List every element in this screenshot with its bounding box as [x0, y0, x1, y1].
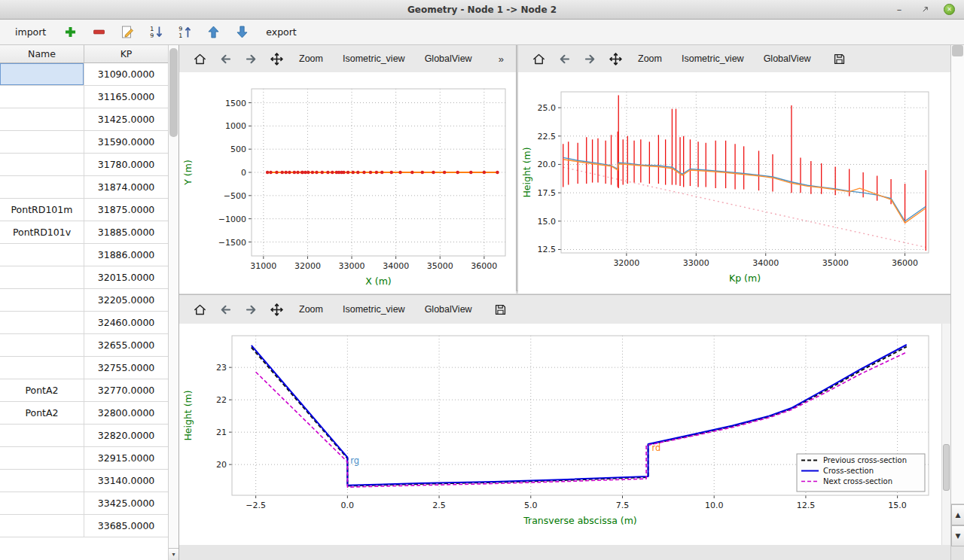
window-scrollbar-track[interactable] — [951, 45, 964, 504]
zoom-button[interactable]: Zoom — [630, 50, 670, 68]
table-scrollbar[interactable]: ▾ — [168, 45, 178, 560]
table-row[interactable]: 31090.0000 — [0, 63, 168, 86]
add-row-button[interactable] — [59, 22, 81, 43]
table-scroll-down-button[interactable]: ▾ — [169, 548, 178, 560]
cell-kp[interactable]: 32915.0000 — [84, 447, 168, 469]
cell-name[interactable]: PontA2 — [0, 402, 84, 424]
cell-name[interactable] — [0, 154, 84, 175]
cross-section-scrollbar-thumb[interactable] — [943, 444, 950, 491]
move-down-button[interactable] — [231, 22, 252, 43]
remove-row-button[interactable] — [88, 22, 109, 43]
back-button[interactable] — [214, 48, 236, 69]
forward-button[interactable] — [578, 48, 601, 69]
cell-name[interactable]: PontRD101m — [0, 199, 84, 221]
cell-kp[interactable]: 31425.0000 — [84, 108, 168, 130]
cell-name[interactable] — [0, 131, 84, 153]
save-figure-button[interactable] — [490, 299, 512, 320]
cell-name[interactable] — [0, 447, 84, 469]
table-row[interactable]: 32820.0000 — [0, 425, 168, 447]
table-row[interactable]: PontA232770.0000 — [0, 379, 168, 402]
table-row[interactable]: 31425.0000 — [0, 108, 168, 131]
table-row[interactable]: 32655.0000 — [0, 334, 168, 357]
back-button[interactable] — [553, 48, 575, 69]
table-row[interactable]: 31780.0000 — [0, 154, 168, 176]
cell-kp[interactable]: 32755.0000 — [84, 357, 168, 379]
global-view-button[interactable]: GlobalView — [755, 50, 819, 68]
cell-name[interactable] — [0, 470, 84, 492]
save-figure-button[interactable] — [828, 48, 851, 69]
pan-button[interactable] — [265, 299, 288, 320]
cell-name[interactable] — [0, 86, 84, 108]
table-row[interactable]: PontRD101m31875.0000 — [0, 199, 168, 221]
cell-kp[interactable]: 32015.0000 — [84, 266, 168, 288]
scroll-down-button[interactable]: ▼ — [951, 525, 964, 546]
cell-name[interactable] — [0, 312, 84, 333]
cross-section-plot-canvas[interactable]: −2.50.02.55.07.510.012.515.020212223rgrd… — [179, 324, 941, 545]
global-view-button[interactable]: GlobalView — [416, 50, 480, 68]
move-up-button[interactable] — [203, 22, 224, 43]
isometric-view-button[interactable]: Isometric_view — [673, 50, 752, 68]
home-button[interactable] — [188, 48, 211, 69]
cell-name[interactable] — [0, 515, 84, 537]
xy-plot-canvas[interactable]: 310003200033000340003500036000−1500−1000… — [179, 72, 516, 294]
table-row[interactable]: PontRD101v31885.0000 — [0, 221, 168, 244]
cell-kp[interactable]: 33425.0000 — [84, 492, 168, 514]
cell-name[interactable] — [0, 334, 84, 356]
cell-name[interactable] — [0, 289, 84, 311]
cell-kp[interactable]: 31874.0000 — [84, 176, 168, 198]
cell-name[interactable] — [0, 492, 84, 514]
cell-kp[interactable]: 32205.0000 — [84, 289, 168, 311]
minimize-button[interactable]: – — [892, 3, 906, 17]
table-row[interactable]: 31165.0000 — [0, 86, 168, 108]
table-row[interactable]: 31590.0000 — [0, 131, 168, 154]
titlebar[interactable]: Geometry - Node 1 -> Node 2 – — [0, 0, 964, 20]
table-row[interactable]: 32015.0000 — [0, 266, 168, 289]
table-row[interactable]: 31874.0000 — [0, 176, 168, 199]
pan-button[interactable] — [604, 48, 627, 69]
toolbar-overflow-button[interactable]: » — [496, 52, 507, 66]
export-button[interactable]: export — [260, 23, 303, 41]
cell-name[interactable] — [0, 357, 84, 379]
cell-name[interactable] — [0, 425, 84, 446]
edit-button[interactable] — [117, 22, 138, 43]
cell-kp[interactable]: 31165.0000 — [84, 86, 168, 108]
column-header-name[interactable]: Name — [0, 45, 84, 62]
sort-ascending-button[interactable] — [174, 22, 195, 43]
cell-name[interactable]: PontA2 — [0, 379, 84, 401]
cell-kp[interactable]: 31090.0000 — [84, 63, 168, 85]
table-row[interactable]: 32915.0000 — [0, 447, 168, 470]
table-scrollbar-track[interactable] — [169, 45, 178, 548]
sort-descending-button[interactable] — [145, 22, 166, 43]
table-row[interactable]: 32460.0000 — [0, 312, 168, 334]
cell-kp[interactable]: 33685.0000 — [84, 515, 168, 537]
home-button[interactable] — [188, 299, 211, 320]
cell-kp[interactable]: 32770.0000 — [84, 379, 168, 401]
table-scrollbar-thumb[interactable] — [169, 48, 178, 137]
global-view-button[interactable]: GlobalView — [416, 300, 480, 318]
table-row[interactable]: 32755.0000 — [0, 357, 168, 379]
close-button[interactable] — [944, 4, 955, 15]
table-row[interactable]: PontA232800.0000 — [0, 402, 168, 425]
isometric-view-button[interactable]: Isometric_view — [334, 50, 413, 68]
cell-name[interactable] — [0, 63, 84, 85]
cell-kp[interactable]: 31885.0000 — [84, 221, 168, 243]
table-row[interactable]: 32205.0000 — [0, 289, 168, 312]
cell-name[interactable] — [0, 244, 84, 266]
cell-kp[interactable]: 31780.0000 — [84, 154, 168, 175]
cell-kp[interactable]: 32655.0000 — [84, 334, 168, 356]
cell-kp[interactable]: 33140.0000 — [84, 470, 168, 492]
cell-name[interactable] — [0, 176, 84, 198]
scroll-up-button[interactable]: ▲ — [951, 504, 964, 525]
cross-section-scrollbar[interactable] — [941, 324, 950, 545]
window-scrollbar-thumb[interactable] — [952, 45, 963, 56]
cell-name[interactable] — [0, 108, 84, 130]
zoom-button[interactable]: Zoom — [291, 50, 331, 68]
table-row[interactable]: 31886.0000 — [0, 244, 168, 266]
home-button[interactable] — [527, 48, 550, 69]
column-header-kp[interactable]: KP — [84, 45, 168, 62]
table-row[interactable]: 33685.0000 — [0, 515, 168, 537]
cell-name[interactable] — [0, 266, 84, 288]
cell-kp[interactable]: 32820.0000 — [84, 425, 168, 446]
table-row[interactable]: 33425.0000 — [0, 492, 168, 515]
restore-button[interactable] — [918, 3, 932, 17]
